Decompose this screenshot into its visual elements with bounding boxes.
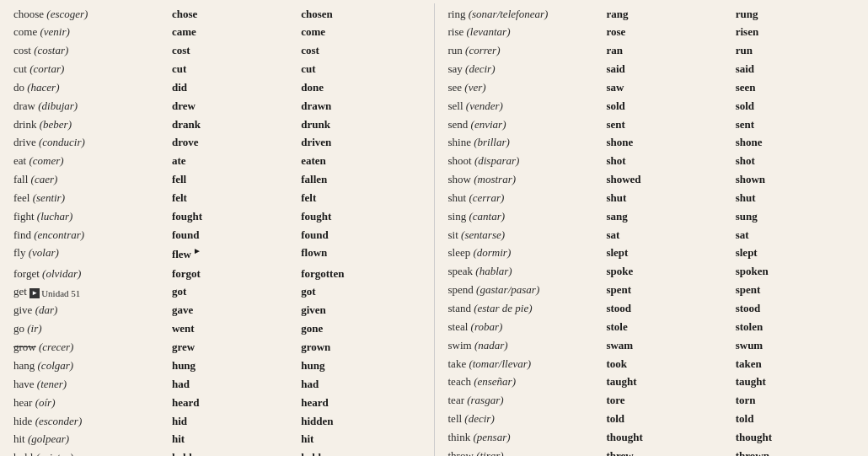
base-form-cell: steal (robar) bbox=[445, 318, 603, 336]
past-participle-cell: sold bbox=[732, 97, 861, 115]
past-form-cell: slept bbox=[603, 244, 731, 263]
past-form-cell: had bbox=[169, 375, 297, 394]
base-word: sing bbox=[448, 210, 467, 223]
translation: (dar) bbox=[35, 303, 58, 316]
past-participle-cell: hit bbox=[297, 431, 426, 449]
translation: (dormir) bbox=[473, 246, 511, 259]
past-participle-cell: fought bbox=[297, 207, 426, 226]
base-form-cell: say (decir) bbox=[445, 61, 603, 79]
base-form-cell: shut (cerrar) bbox=[445, 189, 603, 207]
translation: (venir) bbox=[40, 25, 69, 38]
base-word: shoot bbox=[448, 154, 472, 167]
base-word: come bbox=[13, 25, 37, 38]
base-form-cell: shoot (disparar) bbox=[445, 153, 603, 171]
base-word: take bbox=[448, 357, 467, 370]
base-word: speak bbox=[448, 265, 474, 277]
table-row: fly (volar)flew►flown bbox=[10, 244, 427, 265]
base-word: hang bbox=[13, 359, 35, 372]
past-form-cell: came bbox=[169, 24, 297, 42]
past-participle-cell: held bbox=[297, 449, 426, 456]
past-form-cell: stood bbox=[603, 300, 731, 319]
translation: (pensar) bbox=[473, 431, 510, 443]
base-word: cost bbox=[13, 44, 31, 56]
base-word: fight bbox=[13, 210, 35, 223]
base-word: do bbox=[13, 81, 24, 94]
past-participle-cell: heard bbox=[297, 394, 426, 412]
table-row: stand (estar de pie)stoodstood bbox=[445, 300, 862, 319]
past-form-cell: forgot bbox=[169, 265, 297, 283]
base-form-cell: teach (enseñar) bbox=[445, 373, 603, 392]
translation: (ir) bbox=[27, 322, 41, 335]
base-form-cell: think (pensar) bbox=[445, 428, 603, 447]
past-participle-cell: seen bbox=[732, 78, 861, 97]
past-participle-cell: said bbox=[732, 61, 861, 79]
base-form-cell: come (venir) bbox=[10, 24, 169, 42]
base-word: sell bbox=[448, 99, 463, 112]
base-word: find bbox=[13, 228, 31, 241]
past-form-cell: fought bbox=[169, 207, 297, 226]
base-form-cell: tell (decir) bbox=[445, 410, 603, 429]
past-participle-cell: shown bbox=[732, 171, 861, 190]
translation: (beber) bbox=[40, 118, 72, 131]
base-word: choose bbox=[13, 8, 44, 20]
table-row: shoot (disparar)shotshot bbox=[445, 153, 862, 171]
translation: (nadar) bbox=[474, 339, 508, 351]
past-form-cell: sent bbox=[603, 115, 731, 134]
table-row: take (tomar/llevar)tooktaken bbox=[445, 355, 862, 373]
translation: (hablar) bbox=[475, 265, 512, 277]
past-participle-cell: taken bbox=[732, 355, 861, 373]
table-row: sell (vender)soldsold bbox=[445, 97, 862, 115]
table-row: find (encontrar)foundfound bbox=[10, 226, 427, 244]
past-form-cell: cost bbox=[169, 42, 297, 61]
translation: (sonar/telefonear) bbox=[469, 8, 549, 20]
past-form-cell: threw bbox=[603, 447, 731, 456]
past-form-cell: spent bbox=[603, 282, 731, 300]
past-participle-cell: given bbox=[297, 302, 426, 320]
translation: (mostrar) bbox=[474, 173, 516, 185]
base-form-cell: choose (escoger) bbox=[10, 5, 169, 24]
table-row: draw (dibujar)drewdrawn bbox=[10, 97, 427, 115]
translation: (levantar) bbox=[467, 25, 511, 38]
base-form-cell: speak (hablar) bbox=[445, 263, 603, 282]
table-row: feel (sentir)feltfelt bbox=[10, 189, 427, 207]
base-word: hold bbox=[13, 451, 33, 456]
base-form-cell: give (dar) bbox=[10, 302, 169, 320]
table-row: shine (brillar)shoneshone bbox=[445, 134, 862, 153]
table-row: have (tener)hadhad bbox=[10, 375, 427, 394]
table-row: tear (rasgar)toretorn bbox=[445, 392, 862, 410]
table-row: tell (decir)toldtold bbox=[445, 410, 862, 429]
base-form-cell: draw (dibujar) bbox=[10, 97, 169, 115]
translation: (tirar) bbox=[476, 449, 504, 456]
table-row: get ► Unidad 51gotgot bbox=[10, 283, 427, 302]
arrow-icon: ► bbox=[29, 288, 40, 298]
table-row: ring (sonar/telefonear)rangrung bbox=[445, 5, 862, 24]
base-word: give bbox=[13, 303, 32, 316]
past-form-cell: stole bbox=[603, 318, 731, 336]
base-form-cell: drive (conducir) bbox=[10, 134, 169, 153]
past-form-cell: said bbox=[603, 61, 731, 79]
past-form-cell: drew bbox=[169, 97, 297, 115]
base-form-cell: spend (gastar/pasar) bbox=[445, 282, 603, 300]
past-participle-cell: chosen bbox=[297, 5, 426, 24]
base-form-cell: take (tomar/llevar) bbox=[445, 355, 603, 373]
past-form-cell: held bbox=[169, 449, 297, 456]
past-form-cell: found bbox=[169, 226, 297, 244]
past-participle-cell: swum bbox=[732, 336, 861, 355]
past-participle-cell: sent bbox=[732, 115, 861, 134]
past-participle-cell: stolen bbox=[732, 318, 861, 336]
past-form-cell: told bbox=[603, 410, 731, 429]
past-participle-cell: flown bbox=[297, 244, 426, 265]
table-row: drink (beber)drankdrunk bbox=[10, 115, 427, 134]
translation: (rasgar) bbox=[467, 394, 503, 406]
base-form-cell: grow (crecer) bbox=[10, 339, 169, 357]
base-form-cell: stand (estar de pie) bbox=[445, 300, 603, 319]
table-row: run (correr)ranrun bbox=[445, 42, 862, 61]
past-form-cell: swam bbox=[603, 336, 731, 355]
past-participle-cell: shot bbox=[732, 153, 861, 171]
translation: (esconder) bbox=[35, 415, 83, 427]
past-participle-cell: felt bbox=[297, 189, 426, 207]
base-word: hit bbox=[13, 432, 25, 445]
translation: (sentir) bbox=[33, 191, 65, 204]
table-row: hide (esconder)hidhidden bbox=[10, 412, 427, 431]
table-row: drive (conducir)drovedriven bbox=[10, 134, 427, 153]
